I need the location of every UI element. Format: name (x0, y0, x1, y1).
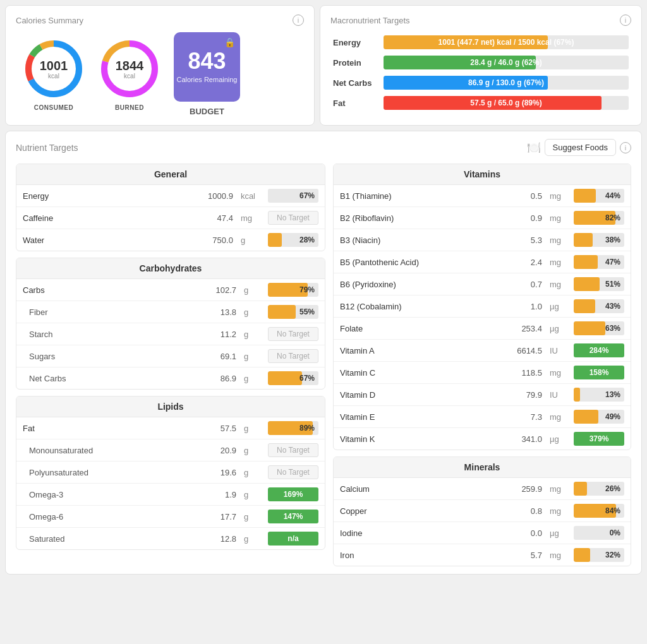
bar-text: 43% (605, 302, 620, 311)
bar-text: 84% (605, 506, 620, 515)
pct-bar: 284% (574, 343, 624, 357)
bar-text: 49% (605, 412, 620, 421)
nutrient-unit: g (243, 462, 262, 484)
nutrient-bar-cell: 47% (567, 251, 631, 273)
nutrient-bar-cell: 13% (567, 384, 631, 406)
pct-bar: No Target (268, 349, 318, 363)
table-row: B6 (Pyridoxine) 0.7 mg 51% (334, 273, 631, 295)
bar-text: 38% (605, 236, 620, 244)
table-row: Fat 57.5 g 89% (16, 417, 325, 439)
bar-fill (268, 305, 296, 319)
minerals-table-wrapper: Minerals Calcium 259.9 mg 26% Copper 0.8… (333, 456, 631, 566)
nutrient-value: 0.8 (454, 500, 548, 522)
macro-bar-bg: 86.9 g / 130.0 g (67%) (384, 76, 629, 90)
macro-targets-title: Macronutrient Targets i (330, 15, 631, 26)
macro-bar-cell: 86.9 g / 130.0 g (67%) (381, 73, 631, 93)
table-row: Vitamin C 118.5 mg 158% (334, 362, 631, 384)
nutrient-name: Polyunsaturated (16, 462, 184, 484)
nutrient-info-icon[interactable]: i (620, 142, 631, 153)
nutrient-name: B12 (Cobalamin) (334, 295, 486, 318)
table-row: B5 (Pantothenic Acid) 2.4 mg 47% (334, 251, 631, 273)
nutrient-bar-cell: 28% (262, 229, 325, 251)
nutrient-name: Saturated (16, 528, 184, 550)
burned-donut-wrapper: 1844 kcal BURNED (98, 37, 161, 111)
nutrient-value: 1.9 (184, 484, 243, 506)
nutrient-unit: µg (548, 318, 567, 340)
nutrient-value: 0.7 (486, 273, 548, 295)
bar-text: 32% (605, 551, 620, 559)
nutrient-value: 17.7 (184, 506, 243, 528)
bar-text: 26% (605, 484, 620, 493)
nutrient-unit: mg (548, 229, 567, 251)
pct-bar-container: 44% (574, 189, 624, 203)
pct-bar-container: 51% (574, 277, 624, 291)
macro-targets-panel: Macronutrient Targets i Energy 1001 (447… (320, 5, 642, 126)
nutrient-value: 0.5 (486, 185, 548, 207)
nutrient-bar-cell: 158% (567, 362, 631, 384)
pct-bar-container: 67% (268, 189, 318, 203)
nutrient-unit: mg (548, 478, 567, 500)
nutrient-bar-cell: 63% (567, 318, 631, 340)
nutrient-unit: mg (548, 362, 567, 384)
nutrient-bar-cell: 147% (262, 506, 325, 528)
macro-bar-bg: 28.4 g / 46.0 g (62%) (384, 56, 629, 69)
bar-fill (574, 277, 600, 291)
macro-row: Energy 1001 (447.7 net) kcal / 1500 kcal… (330, 32, 631, 52)
nutrient-bar-cell: n/a (262, 528, 325, 550)
nutrient-unit: IU (548, 384, 567, 406)
burned-unit: kcal (116, 73, 144, 80)
macro-info-icon[interactable]: i (620, 15, 631, 26)
budget-box: 🔒 843 Calories Remaining (174, 32, 240, 102)
nutrient-columns: General Energy 1000.9 kcal 67% Caffeine … (16, 164, 631, 566)
pct-bar: n/a (268, 532, 318, 546)
nutrient-header: Nutrient Targets 🍽️ Suggest Foods i (16, 139, 631, 156)
pct-bar-container: 84% (574, 504, 624, 518)
nutrient-title: Nutrient Targets (16, 143, 78, 153)
table-row: Carbs 102.7 g 79% (16, 279, 325, 301)
nutrient-unit: g (243, 279, 262, 301)
bar-fill (574, 388, 580, 402)
nutrient-name: B6 (Pyridoxine) (334, 273, 486, 295)
bar-text: 63% (605, 324, 620, 333)
nutrient-unit: g (243, 528, 262, 550)
macro-bar-cell: 28.4 g / 46.0 g (62%) (381, 52, 631, 73)
carbs-table-wrapper: Carbohydrates Carbs 102.7 g 79% Fiber 13… (16, 258, 325, 390)
bar-fill (574, 548, 590, 562)
nutrient-bar-cell: 43% (567, 295, 631, 318)
nutrient-bar-cell: 284% (567, 340, 631, 362)
vitamins-title: Vitamins (334, 164, 631, 185)
nutrient-unit: IU (548, 340, 567, 362)
macro-bar-text: 1001 (447.7 net) kcal / 1500 kcal (67%) (438, 38, 574, 47)
nutrient-unit: g (243, 506, 262, 528)
suggest-foods-button[interactable]: Suggest Foods (545, 139, 616, 156)
nutrient-name: Folate (334, 318, 486, 340)
nutrient-targets-section: Nutrient Targets 🍽️ Suggest Foods i Gene… (5, 131, 642, 575)
nutrient-bar-cell: 84% (567, 500, 631, 522)
burned-donut: 1844 kcal (98, 37, 161, 100)
pct-bar-container: 43% (574, 299, 624, 313)
pct-bar-container: 63% (574, 321, 624, 335)
bar-text: 0% (610, 528, 620, 537)
pct-bar: No Target (268, 327, 318, 341)
nutrient-name: Sugars (16, 345, 159, 367)
bar-fill (574, 189, 596, 203)
nutrient-name: Iron (334, 544, 454, 566)
nutrient-unit: g (243, 345, 262, 367)
bar-fill (574, 410, 598, 424)
nutrient-left: General Energy 1000.9 kcal 67% Caffeine … (16, 164, 325, 566)
budget-value: 843 (188, 50, 226, 73)
lipids-table-wrapper: Lipids Fat 57.5 g 89% Monounsaturated 20… (16, 396, 325, 550)
budget-icon: 🔒 (224, 37, 235, 47)
nutrient-bar-cell: 38% (567, 229, 631, 251)
table-row: B2 (Riboflavin) 0.9 mg 82% (334, 207, 631, 229)
nutrient-name: Net Carbs (16, 367, 159, 390)
nutrient-bar-cell: 89% (262, 417, 325, 439)
budget-desc: Calories Remaining (177, 75, 238, 84)
bar-text: 55% (299, 307, 315, 316)
calories-info-icon[interactable]: i (293, 15, 304, 26)
nutrient-unit: g (243, 417, 262, 439)
general-table-wrapper: General Energy 1000.9 kcal 67% Caffeine … (16, 164, 325, 251)
pct-bar-container: 0% (574, 526, 624, 540)
table-row: Vitamin D 79.9 IU 13% (334, 384, 631, 406)
nutrient-value: 118.5 (486, 362, 548, 384)
